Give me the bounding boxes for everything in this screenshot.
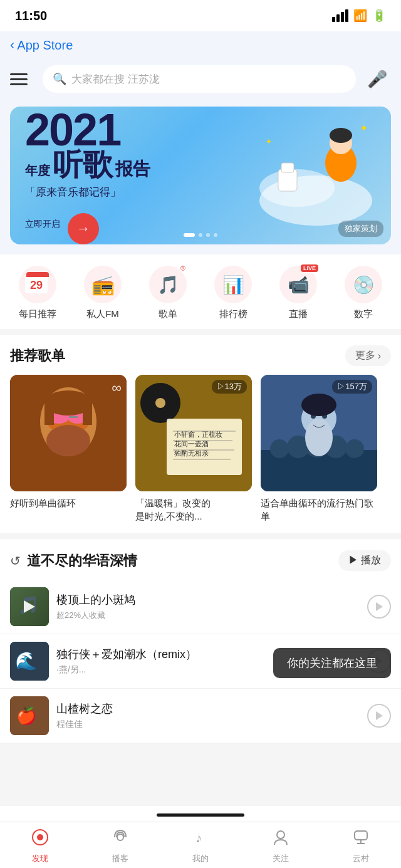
playlist-thumb-2: 小轩窗，正梳妆 花间一壶酒 独酌无相亲 ▷13万: [135, 375, 252, 491]
song-info-3: 山楂树之恋 程佳佳: [56, 701, 360, 730]
home-bar: [157, 813, 244, 817]
songs-section: ↺ 道不尽的华语深情 ▶ 播放 🎵: [0, 539, 401, 743]
song-name-3: 山楂树之恋: [56, 701, 360, 716]
banner-slogan: 「原来音乐都记得」: [25, 185, 150, 199]
search-bar[interactable]: 🔍 大家都在搜 汪苏泷: [43, 65, 356, 93]
quick-item-digital[interactable]: 💿 数字: [333, 266, 393, 320]
svg-text:♪: ♪: [195, 831, 202, 845]
banner-nian: 年度: [25, 162, 50, 179]
song-item-2[interactable]: 🌊 独行侠＋爱如潮水（remix） ·燕/另... 你的关注都在这里: [0, 634, 401, 689]
playlist-card-2[interactable]: 小轩窗，正梳妆 花间一壶酒 独酌无相亲 ▷13万 「温暖辑」改变的是时光,不变的…: [135, 375, 252, 523]
banner-cta-button[interactable]: [68, 213, 99, 244]
svg-point-41: [301, 394, 336, 416]
svg-marker-51: [376, 711, 383, 720]
yuncun-icon: [352, 829, 370, 850]
daily-icon: 29: [19, 266, 56, 303]
menu-icon: [10, 73, 28, 75]
songs-title-row: ↺ 道不尽的华语深情: [10, 552, 137, 570]
daily-label: 每日推荐: [19, 308, 56, 320]
app-store-label: App Store: [17, 38, 73, 53]
status-icons: 📶 🔋: [332, 9, 386, 23]
loop-icon: ∞: [112, 380, 122, 396]
playlist-thumb-3: ▷157万: [261, 375, 377, 491]
song-play-button-1[interactable]: [367, 595, 391, 619]
banner-open-label: 立即开启: [25, 219, 60, 230]
banner-content: 2021 年度 听歌 报告 「原来音乐都记得」 立即开启: [10, 107, 165, 244]
song-name-1: 楼顶上的小斑鸠: [56, 592, 360, 607]
songs-header: ↺ 道不尽的华语深情 ▶ 播放: [0, 550, 401, 580]
quick-item-chart[interactable]: 📊 排行榜: [203, 266, 263, 320]
status-bar: 11:50 📶 🔋: [0, 0, 401, 31]
menu-button[interactable]: [10, 66, 35, 92]
play-all-button[interactable]: ▶ 播放: [338, 550, 391, 571]
song-item-3[interactable]: 🍎 山楂树之恋 程佳佳: [0, 689, 401, 743]
live-label: 直播: [289, 308, 308, 320]
song-item-1[interactable]: 🎵 楼顶上的小斑鸠 超22%人收藏: [0, 580, 401, 634]
mic-button[interactable]: 🎤: [363, 65, 391, 93]
play-all-label: ▶ 播放: [348, 554, 381, 567]
banner[interactable]: 2021 年度 听歌 报告 「原来音乐都记得」 立即开启: [10, 107, 391, 244]
playlist-icon: 🎵 ®: [149, 266, 187, 303]
follow-label: 关注: [273, 853, 289, 864]
more-button[interactable]: 更多 ›: [345, 345, 391, 366]
banner-dots: [184, 233, 217, 237]
banner-illustration: ✦ ✦: [247, 113, 385, 238]
follow-icon: [272, 829, 289, 850]
search-icon: 🔍: [53, 72, 66, 86]
playlist-name-3: 适合单曲循环的流行热门歌单: [261, 496, 377, 523]
discover-icon: [31, 829, 49, 850]
nav-item-discover[interactable]: 发现: [9, 829, 71, 864]
banner-year: 2021: [25, 107, 150, 152]
nav-item-podcast[interactable]: 播客: [89, 829, 152, 864]
home-indicator: [0, 806, 401, 824]
playlist-card-3[interactable]: ▷157万 适合单曲循环的流行热门歌单: [261, 375, 377, 523]
svg-text:✦: ✦: [360, 123, 368, 133]
svg-point-4: [330, 128, 352, 143]
mine-label: 我的: [192, 853, 209, 864]
collect-badge: 超22%人收藏: [56, 610, 105, 620]
playlist-label: 歌单: [159, 308, 177, 320]
back-chevron-icon: ‹: [10, 37, 14, 53]
playlist-thumb-1: ∞: [10, 375, 127, 491]
quick-icons-row: 29 每日推荐 📻 私人FM 🎵 ® 歌单 📊 排行榜 📹 LIVE 直播: [0, 254, 401, 329]
dot-2: [199, 233, 202, 237]
status-time: 11:50: [15, 9, 47, 23]
svg-marker-45: [376, 602, 383, 611]
song-artist-1: 超22%人收藏: [56, 610, 360, 621]
quick-item-live[interactable]: 📹 LIVE 直播: [268, 266, 328, 320]
more-label: 更多: [355, 349, 375, 362]
app-store-back-button[interactable]: ‹ App Store: [10, 37, 73, 53]
signal-icon: [332, 9, 348, 22]
nav-item-follow[interactable]: 关注: [249, 829, 312, 864]
quick-item-playlist[interactable]: 🎵 ® 歌单: [138, 266, 198, 320]
playlist-card-1[interactable]: ∞ 好听到单曲循环: [10, 375, 127, 523]
header: 🔍 大家都在搜 汪苏泷 🎤: [0, 59, 401, 102]
play-count-3: ▷157万: [332, 380, 372, 394]
svg-rect-6: [281, 163, 294, 172]
refresh-icon[interactable]: ↺: [10, 553, 21, 568]
quick-item-fm[interactable]: 📻 私人FM: [73, 266, 133, 320]
quick-item-daily[interactable]: 29 每日推荐: [8, 266, 68, 320]
svg-point-53: [37, 834, 43, 840]
nav-item-yuncun[interactable]: 云村: [330, 829, 392, 864]
song-play-button-3[interactable]: [367, 704, 391, 728]
svg-point-54: [117, 834, 123, 840]
podcast-icon: [112, 829, 129, 850]
svg-text:花间一壶酒: 花间一壶酒: [174, 440, 209, 447]
bottom-nav: 发现 播客 ♪ 我的 关注: [0, 822, 401, 868]
fm-icon: 📻: [84, 266, 122, 303]
banner-baogao: 报告: [115, 157, 150, 181]
svg-text:🍎: 🍎: [16, 706, 37, 726]
search-placeholder: 大家都在搜 汪苏泷: [71, 72, 160, 86]
play-overlay-1: [10, 587, 49, 626]
yuncun-label: 云村: [353, 853, 369, 864]
arrow-icon: [76, 221, 90, 237]
section-header: 推荐歌单 更多 ›: [0, 345, 401, 375]
svg-point-56: [277, 831, 284, 839]
play-count-2: ▷13万: [212, 380, 247, 394]
divider-1: [0, 329, 401, 335]
banner-container: 2021 年度 听歌 报告 「原来音乐都记得」 立即开启: [0, 102, 401, 254]
svg-point-32: [270, 439, 289, 458]
nav-item-mine[interactable]: ♪ 我的: [169, 829, 232, 864]
song-info-1: 楼顶上的小斑鸠 超22%人收藏: [56, 592, 360, 621]
